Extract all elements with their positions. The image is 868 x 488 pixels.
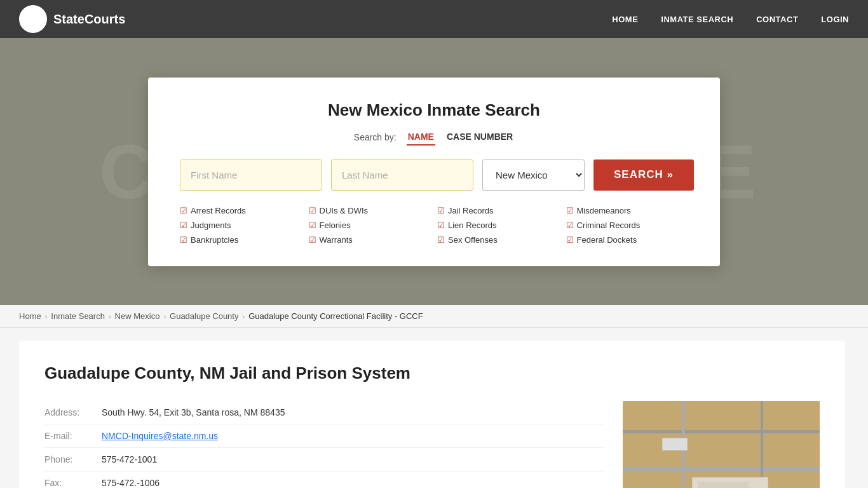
check-icon: ☑ [437,206,445,215]
fax-row: Fax: 575-472.-1006 [44,471,604,489]
check-icon: ☑ [309,220,316,230]
breadcrumb-separator: › [242,313,245,320]
record-type-item: ☑Misdemeanors [566,205,689,217]
navbar: 🏛 StateCourts HOMEINMATE SEARCHCONTACTLO… [0,0,868,38]
logo-icon: 🏛 [19,5,47,33]
state-select[interactable]: AlabamaAlaskaArizonaArkansasCaliforniaCo… [482,159,585,191]
search-fields: AlabamaAlaskaArizonaArkansasCaliforniaCo… [180,159,688,191]
logo-text: StateCourts [53,12,125,27]
phone-label: Phone: [44,448,95,471]
check-icon: ☑ [566,235,574,245]
record-type-item: ☑Warrants [309,234,431,246]
address-label: Address: [44,401,95,424]
breadcrumb: Home›Inmate Search›New Mexico›Guadalupe … [0,305,868,328]
record-type-label: Criminal Records [577,220,641,230]
record-type-item: ☑Jail Records [437,205,560,217]
search-title: New Mexico Inmate Search [180,100,688,120]
content-card: Guadalupe County, NM Jail and Prison Sys… [19,341,845,488]
nav-links: HOMEINMATE SEARCHCONTACTLOGIN [612,13,849,25]
record-type-item: ☑Judgments [180,219,302,231]
check-icon: ☑ [437,235,445,245]
nav-link-home[interactable]: HOME [612,15,638,24]
record-types: ☑Arrest Records☑DUIs & DWIs☑Jail Records… [180,205,688,246]
logo-link[interactable]: 🏛 StateCourts [19,5,125,33]
breadcrumb-separator: › [109,313,111,320]
record-type-item: ☑Bankruptcies [180,234,302,246]
breadcrumb-link[interactable]: Inmate Search [51,311,105,321]
record-type-label: Federal Dockets [577,235,637,245]
search-by-label: Search by: [354,132,397,142]
fax-label: Fax: [44,471,95,489]
record-type-label: Warrants [320,235,353,245]
check-icon: ☑ [309,235,316,245]
fax-value: 575-472.-1006 [95,471,604,489]
record-type-label: Judgments [191,220,231,230]
facility-title: Guadalupe County, NM Jail and Prison Sys… [44,363,820,383]
record-type-label: Jail Records [448,206,494,215]
last-name-input[interactable] [331,159,473,191]
breadcrumb-link[interactable]: Guadalupe County [170,311,238,321]
tab-case-number[interactable]: CASE NUMBER [445,129,514,146]
content-layout: Address: South Hwy. 54, Exit 3b, Santa r… [44,401,820,488]
record-type-item: ☑Lien Records [437,219,560,231]
info-table: Address: South Hwy. 54, Exit 3b, Santa r… [44,401,604,488]
breadcrumb-current: Guadalupe County Correctional Facility -… [248,311,423,321]
check-icon: ☑ [437,220,445,230]
record-type-label: Misdemeanors [577,206,631,215]
breadcrumb-link[interactable]: New Mexico [115,311,160,321]
check-icon: ☑ [180,235,187,245]
nav-link-inmate-search[interactable]: INMATE SEARCH [661,15,733,24]
breadcrumb-link[interactable]: Home [19,311,41,321]
email-link[interactable]: NMCD-Inquires@state.nm.us [102,431,218,441]
record-type-item: ☑Arrest Records [180,205,302,217]
check-icon: ☑ [566,220,574,230]
check-icon: ☑ [180,220,187,230]
address-value: South Hwy. 54, Exit 3b, Santa rosa, NM 8… [95,401,604,424]
aerial-photo-sim [623,401,820,488]
breadcrumb-separator: › [45,313,48,320]
check-icon: ☑ [566,206,574,215]
record-type-item: ☑Sex Offenses [437,234,560,246]
tab-name[interactable]: NAME [407,129,435,146]
nav-link-login[interactable]: LOGIN [821,15,849,24]
record-type-label: Arrest Records [191,206,246,215]
facility-image [623,401,820,488]
email-row: E-mail: NMCD-Inquires@state.nm.us [44,424,604,448]
record-type-item: ☑DUIs & DWIs [309,205,431,217]
record-type-item: ☑Criminal Records [566,219,689,231]
search-button[interactable]: SEARCH » [593,159,694,191]
info-section: Address: South Hwy. 54, Exit 3b, Santa r… [44,401,604,488]
hero-section: COURTHOUSE New Mexico Inmate Search Sear… [0,38,868,305]
search-by-row: Search by: NAME CASE NUMBER [180,129,688,146]
search-card: New Mexico Inmate Search Search by: NAME… [148,78,720,266]
address-row: Address: South Hwy. 54, Exit 3b, Santa r… [44,401,604,424]
first-name-input[interactable] [180,159,322,191]
email-value: NMCD-Inquires@state.nm.us [95,424,604,448]
record-type-item: ☑Federal Dockets [566,234,689,246]
main-content: Guadalupe County, NM Jail and Prison Sys… [0,328,868,488]
record-type-item: ☑Felonies [309,219,431,231]
breadcrumb-separator: › [163,313,166,320]
record-type-label: Felonies [320,220,351,230]
check-icon: ☑ [309,206,316,215]
phone-value: 575-472-1001 [95,448,604,471]
record-type-label: Sex Offenses [448,235,498,245]
record-type-label: DUIs & DWIs [320,206,369,215]
record-type-label: Lien Records [448,220,497,230]
email-label: E-mail: [44,424,95,448]
record-type-label: Bankruptcies [191,235,238,245]
phone-row: Phone: 575-472-1001 [44,448,604,471]
check-icon: ☑ [180,206,187,215]
nav-link-contact[interactable]: CONTACT [756,15,798,24]
